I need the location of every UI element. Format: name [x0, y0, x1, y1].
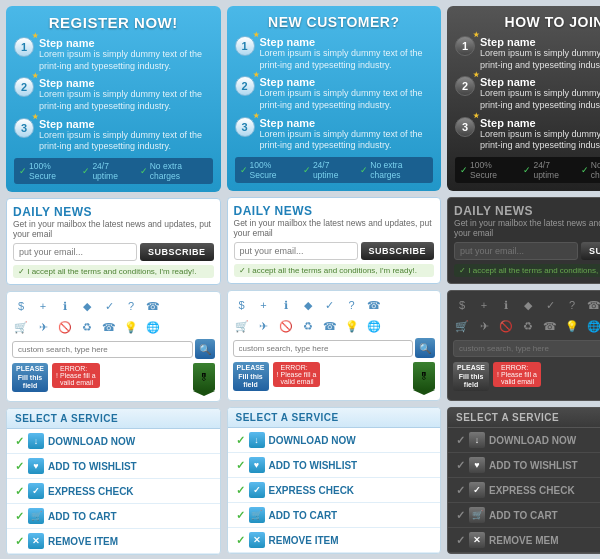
service-express-2[interactable]: ✓ ✓ EXPRESS CHECK [228, 478, 441, 503]
plane-icon-1[interactable]: ✈ [34, 318, 52, 336]
news-input-row-1: SUBSCRIBE [13, 243, 214, 261]
service-cart-2[interactable]: ✓ 🛒 ADD TO CART [228, 503, 441, 528]
question-icon-1[interactable]: ? [122, 297, 140, 315]
nc-footer-secure: ✓100% Secure [240, 160, 295, 180]
nc-step-content-3: Step name Lorem ipsum is simply dummy te… [260, 117, 434, 152]
check-icon-3[interactable]: ✓ [541, 296, 559, 314]
service-wishlist-2[interactable]: ✓ ♥ ADD TO WISHLIST [228, 453, 441, 478]
service-download-2[interactable]: ✓ ↓ DOWNLOAD NOW [228, 428, 441, 453]
question-icon-2[interactable]: ? [343, 296, 361, 314]
step-number-3: 3 [14, 118, 34, 138]
service-remove-2[interactable]: ✓ ✕ REMOVE ITEM [228, 528, 441, 553]
how-title: HOW TO JOIN [455, 14, 600, 30]
plane-icon-3[interactable]: ✈ [475, 317, 493, 335]
service-download-3[interactable]: ✓ ↓ DOWNLOAD NOW [448, 428, 600, 453]
phone2-icon-1[interactable]: ☎ [100, 318, 118, 336]
dollar-icon-3[interactable]: $ [453, 296, 471, 314]
service-download-1[interactable]: ✓ ↓ DOWNLOAD NOW [7, 429, 220, 454]
search-button-1[interactable]: 🔍 [195, 339, 215, 359]
search-input-1[interactable] [12, 341, 193, 358]
wishlist-label-1: ADD TO WISHLIST [48, 461, 137, 472]
cart-icon-2[interactable]: 🛒 [233, 317, 251, 335]
check-icon-1[interactable]: ✓ [100, 297, 118, 315]
search-input-2[interactable] [233, 340, 414, 357]
cart-icon-1[interactable]: 🛒 [12, 318, 30, 336]
nc-step-number-1: 1 [235, 36, 255, 56]
service-check-1[interactable]: ✓ ✓ EXPRESS CHECK [7, 479, 220, 504]
htj-step-3: 3 Step name Lorem ipsum is simply dummy … [455, 117, 600, 152]
register-title: REGISTER NOW! [14, 14, 213, 31]
globe-icon-1[interactable]: 🌐 [144, 318, 162, 336]
phone-icon-2[interactable]: ☎ [365, 296, 383, 314]
cart-label-2: ADD TO CART [269, 510, 338, 521]
phone2-icon-3[interactable]: ☎ [541, 317, 559, 335]
info-icon-2[interactable]: ℹ [277, 296, 295, 314]
service-remove-1[interactable]: ✓ ✕ REMOVE ITEM [7, 529, 220, 554]
wishlist-label-3: ADD TO WISHLIST [489, 460, 578, 471]
ribbon-badge-1: 🎖 [193, 363, 215, 391]
question-icon-3[interactable]: ? [563, 296, 581, 314]
subscribe-button-2[interactable]: SUBSCRIBE [361, 242, 435, 260]
bulb-icon-1[interactable]: 💡 [122, 318, 140, 336]
remove-label-1: REMOVE ITEM [48, 536, 118, 547]
dollar-icon-1[interactable]: $ [12, 297, 30, 315]
globe-icon-2[interactable]: 🌐 [365, 317, 383, 335]
diamond-icon-1[interactable]: ◆ [78, 297, 96, 315]
service-cart-1[interactable]: ✓ 🛒 ADD TO CART [7, 504, 220, 529]
service-panel-3: SELECT A SERVICE ✓ ↓ DOWNLOAD NOW ✓ ♥ AD… [447, 407, 600, 554]
search-input-3[interactable] [453, 340, 600, 357]
cart-svc-icon-2: 🛒 [249, 507, 265, 523]
recycle-icon-2[interactable]: ♻ [299, 317, 317, 335]
recycle-icon-3[interactable]: ♻ [519, 317, 537, 335]
remove-check-3: ✓ [456, 534, 465, 547]
ribbon-badge-2: 🎖 [413, 362, 435, 390]
phone-icon-3[interactable]: ☎ [585, 296, 600, 314]
service-express-3[interactable]: ✓ ✓ EXPRESS CHECK [448, 478, 600, 503]
cart-icon-3[interactable]: 🛒 [453, 317, 471, 335]
plus-icon-2[interactable]: + [255, 296, 273, 314]
diamond-icon-2[interactable]: ◆ [299, 296, 317, 314]
step-desc-2: Lorem ipsum is simply dummy text of the … [39, 89, 213, 112]
plane-icon-2[interactable]: ✈ [255, 317, 273, 335]
how-to-join-column: HOW TO JOIN 1 Step name Lorem ipsum is s… [447, 6, 600, 555]
diamond-icon-3[interactable]: ◆ [519, 296, 537, 314]
plus-icon-3[interactable]: + [475, 296, 493, 314]
panel-footer-1: ✓100% Secure ✓24/7 uptime ✓No extra char… [14, 158, 213, 184]
news-email-input-3[interactable] [454, 242, 578, 260]
plus-icon-1[interactable]: + [34, 297, 52, 315]
remove-label-3: REMOVE MEM [489, 535, 558, 546]
service-remove-3[interactable]: ✓ ✕ REMOVE MEM [448, 528, 600, 553]
htj-footer-uptime: ✓24/7 uptime [523, 160, 572, 180]
service-cart-3[interactable]: ✓ 🛒 ADD TO CART [448, 503, 600, 528]
phone-icon-1[interactable]: ☎ [144, 297, 162, 315]
nc-step-3: 3 Step name Lorem ipsum is simply dummy … [235, 117, 434, 152]
htj-step-desc-2: Lorem ipsum is simply dummy text of the … [480, 88, 600, 111]
please-badge-2: PLEASEFill thisfield [233, 362, 269, 391]
subscribe-button-3[interactable]: SUBSCRIBE [581, 242, 600, 260]
ban-icon-1[interactable]: 🚫 [56, 318, 74, 336]
service-wishlist-3[interactable]: ✓ ♥ ADD TO WISHLIST [448, 453, 600, 478]
phone2-icon-2[interactable]: ☎ [321, 317, 339, 335]
htj-step-content-1: Step name Lorem ipsum is simply dummy te… [480, 36, 600, 71]
ban-icon-2[interactable]: 🚫 [277, 317, 295, 335]
ban-icon-3[interactable]: 🚫 [497, 317, 515, 335]
bulb-icon-2[interactable]: 💡 [343, 317, 361, 335]
subscribe-button-1[interactable]: SUBSCRIBE [140, 243, 214, 261]
recycle-icon-1[interactable]: ♻ [78, 318, 96, 336]
dollar-icon-2[interactable]: $ [233, 296, 251, 314]
service-wishlist-1[interactable]: ✓ ♥ ADD TO WISHLIST [7, 454, 220, 479]
icon-row-top-3: $ + ℹ ◆ ✓ ? ☎ [453, 296, 600, 314]
news-email-input-2[interactable] [234, 242, 358, 260]
bulb-icon-3[interactable]: 💡 [563, 317, 581, 335]
news-email-input-1[interactable] [13, 243, 137, 261]
new-customer-column: NEW CUSTOMER? 1 Step name Lorem ipsum is… [227, 6, 442, 555]
globe-icon-3[interactable]: 🌐 [585, 317, 600, 335]
info-icon-3[interactable]: ℹ [497, 296, 515, 314]
news-panel-2: DAILY NEWS Get in your mailbox the lates… [227, 197, 442, 284]
express-label-2: EXPRESS CHECK [269, 485, 355, 496]
check-icon-2[interactable]: ✓ [321, 296, 339, 314]
cart-svc-icon-1: 🛒 [28, 508, 44, 524]
search-button-2[interactable]: 🔍 [415, 338, 435, 358]
step-1: 1 Step name Lorem ipsum is simply dummy … [14, 37, 213, 72]
info-icon-1[interactable]: ℹ [56, 297, 74, 315]
